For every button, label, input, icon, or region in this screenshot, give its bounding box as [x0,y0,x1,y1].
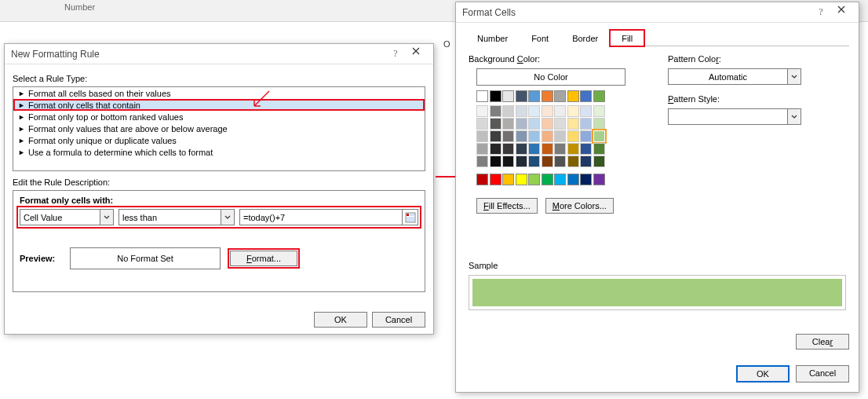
format-button[interactable]: Format... [230,251,297,266]
color-swatch[interactable] [476,90,488,102]
tab-number[interactable]: Number [465,30,520,46]
color-swatch[interactable] [593,90,605,102]
color-swatch[interactable] [476,174,488,185]
color-swatch[interactable] [490,143,501,155]
color-swatch[interactable] [528,143,540,155]
color-swatch[interactable] [476,118,488,130]
color-swatch[interactable] [528,90,540,102]
color-swatch[interactable] [528,174,540,185]
chevron-down-icon[interactable] [787,69,801,84]
color-swatch[interactable] [528,130,540,142]
color-swatch[interactable] [528,118,540,130]
condition-field-combo[interactable]: Cell Value [20,209,114,225]
pattern-style-combo[interactable] [668,108,801,125]
no-color-button[interactable]: No Color [476,68,625,86]
color-swatch[interactable] [554,118,566,130]
color-swatch[interactable] [490,105,501,117]
close-icon[interactable] [830,5,852,20]
cancel-button[interactable]: Cancel [372,312,425,328]
color-swatch[interactable] [502,130,514,142]
color-swatch[interactable] [502,174,514,185]
color-swatch[interactable] [542,143,553,155]
color-swatch[interactable] [476,105,488,117]
color-swatch[interactable] [542,130,553,142]
condition-value-input[interactable] [239,209,418,225]
color-swatch[interactable] [593,174,605,185]
color-swatch[interactable] [528,105,540,117]
color-swatch[interactable] [567,130,579,142]
rule-type-item[interactable]: ►Format only top or bottom ranked values [13,111,425,123]
more-colors-button[interactable]: More Colors... [545,198,614,214]
color-swatch[interactable] [490,130,501,142]
color-swatch[interactable] [542,174,553,185]
rule-type-item[interactable]: ►Format all cells based on their values [13,87,425,99]
color-swatch[interactable] [554,105,566,117]
color-swatch[interactable] [516,118,527,130]
chevron-down-icon[interactable] [221,210,234,225]
pattern-color-combo[interactable]: Automatic [668,68,801,85]
color-swatch[interactable] [502,90,514,102]
color-swatch[interactable] [502,143,514,155]
color-swatch[interactable] [567,105,579,117]
color-swatch[interactable] [554,90,566,102]
color-swatch[interactable] [516,90,527,102]
color-swatch[interactable] [580,90,592,102]
color-swatch[interactable] [593,118,605,130]
color-swatch[interactable] [542,105,553,117]
condition-value-field[interactable] [240,213,402,222]
color-swatch[interactable] [502,156,514,167]
color-swatch[interactable] [542,156,553,167]
color-swatch[interactable] [490,118,501,130]
close-icon[interactable] [405,46,427,62]
color-swatch[interactable] [502,105,514,117]
help-icon[interactable]: ? [811,6,830,18]
tab-border[interactable]: Border [560,30,610,46]
color-swatch[interactable] [476,156,488,167]
color-swatch[interactable] [502,118,514,130]
rule-type-item[interactable]: ►Format only cells that contain [13,99,425,111]
color-swatch[interactable] [516,105,527,117]
color-swatch[interactable] [593,156,605,167]
color-swatch[interactable] [567,143,579,155]
color-swatch[interactable] [516,143,527,155]
color-swatch[interactable] [567,118,579,130]
clear-button[interactable]: Clear [796,334,849,350]
color-swatch[interactable] [516,130,527,142]
color-swatch[interactable] [580,118,592,130]
fill-effects-button[interactable]: Fill Effects... [476,198,538,214]
color-swatch[interactable] [554,130,566,142]
ok-button[interactable]: OK [314,312,367,328]
color-swatch[interactable] [567,174,579,185]
color-swatch[interactable] [476,143,488,155]
color-swatch[interactable] [580,174,592,185]
rule-type-item[interactable]: ►Use a formula to determine which cells … [13,146,425,158]
color-swatch[interactable] [554,156,566,167]
ok-button[interactable]: OK [736,365,790,383]
color-swatch[interactable] [490,174,501,185]
color-swatch[interactable] [580,105,592,117]
color-swatch[interactable] [528,156,540,167]
color-swatch[interactable] [567,156,579,167]
chevron-down-icon[interactable] [100,210,113,225]
color-swatch[interactable] [554,174,566,185]
tab-fill[interactable]: Fill [610,30,644,46]
help-icon[interactable]: ? [386,48,405,60]
rule-type-item[interactable]: ►Format only values that are above or be… [13,123,425,134]
tab-font[interactable]: Font [520,30,560,46]
color-swatch[interactable] [580,143,592,155]
color-swatch[interactable] [593,130,605,142]
color-swatch[interactable] [593,105,605,117]
color-swatch[interactable] [567,90,579,102]
color-swatch[interactable] [516,156,527,167]
rule-type-item[interactable]: ►Format only unique or duplicate values [13,134,425,146]
color-swatch[interactable] [516,174,527,185]
chevron-down-icon[interactable] [787,109,801,124]
color-swatch[interactable] [490,90,501,102]
color-swatch[interactable] [580,156,592,167]
color-swatch[interactable] [593,143,605,155]
column-header-o[interactable]: O [443,39,450,49]
color-swatch[interactable] [554,143,566,155]
color-swatch[interactable] [542,118,553,130]
color-swatch[interactable] [580,130,592,142]
color-swatch[interactable] [490,156,501,167]
